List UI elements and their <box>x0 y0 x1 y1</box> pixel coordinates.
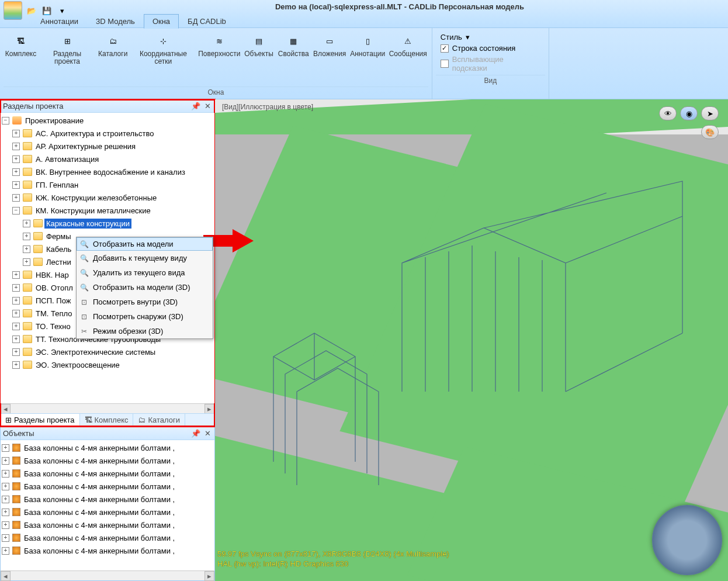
expand-icon[interactable]: + <box>12 348 20 356</box>
expand-icon[interactable]: + <box>12 155 20 163</box>
btn-annotations[interactable]: ▯Аннотации <box>349 30 387 87</box>
expand-icon[interactable]: + <box>12 361 20 369</box>
tree-row[interactable]: +АР. Архитектурные решения <box>1 140 214 153</box>
compass-widget[interactable] <box>652 505 722 575</box>
orbit-icon[interactable]: ◉ <box>680 106 698 120</box>
scrollbar-h[interactable]: ◂ ▸ <box>1 570 214 580</box>
expand-icon[interactable]: + <box>12 297 20 305</box>
btn-properties[interactable]: ▦Свойства <box>276 30 310 87</box>
btn-messages[interactable]: ⚠Сообщения <box>388 30 428 87</box>
ctx-item[interactable]: ⊡Посмотреть внутри (3D) <box>77 295 213 309</box>
tree-row[interactable]: +База колонны с 4-мя анкерными болтами , <box>1 480 214 493</box>
tree-row[interactable]: +База колонны с 4-мя анкерными болтами , <box>1 531 214 544</box>
expand-icon[interactable]: + <box>12 130 20 137</box>
scroll-right-icon[interactable]: ▸ <box>204 571 214 581</box>
tree-row[interactable]: +АС. Архитектура и строительство <box>1 127 214 140</box>
tree-label: База колонны с 4-мя анкерными болтами , <box>22 546 176 556</box>
tab-db-cadlib[interactable]: БД CADLib <box>179 14 235 29</box>
tab-3d-model[interactable]: 3D Модель <box>87 14 144 29</box>
tree-row[interactable]: +База колонны с 4-мя анкерными болтами , <box>1 506 214 518</box>
palette-icon[interactable]: 🎨 <box>701 125 719 139</box>
expand-icon[interactable]: + <box>12 336 20 343</box>
expand-icon[interactable]: + <box>12 181 20 189</box>
expand-icon[interactable]: + <box>2 444 9 452</box>
expand-icon[interactable]: + <box>12 271 20 279</box>
btn-complex[interactable]: 🏗Комплекс <box>4 30 38 87</box>
ctx-item[interactable]: 🔍Добавить к текущему виду <box>77 251 213 265</box>
tree-row[interactable]: +База колонны с 4-мя анкерными болтами , <box>1 518 214 531</box>
ctx-item[interactable]: ⊡Посмотреть снаружи (3D) <box>77 309 213 324</box>
context-menu: 🔍Отобразить на модели🔍Добавить к текущем… <box>76 237 213 339</box>
expand-icon[interactable]: + <box>12 168 20 176</box>
expand-icon[interactable]: + <box>2 483 9 490</box>
close-icon[interactable]: ✕ <box>203 102 212 111</box>
tree-row[interactable]: −КМ. Конструкции металлические <box>1 204 214 217</box>
tree-row[interactable]: +База колонны с 4-мя анкерными болтами , <box>1 454 214 467</box>
tree-row[interactable]: +Каркасные конструкции <box>1 217 214 230</box>
ctx-item[interactable]: 🔍Удалить из текущего вида <box>77 265 213 280</box>
expand-icon[interactable]: + <box>2 521 9 529</box>
pin-icon[interactable]: 📌 <box>191 429 200 438</box>
expand-icon[interactable]: + <box>23 258 30 266</box>
btn-catalogs[interactable]: 🗂Каталоги <box>96 30 129 87</box>
tree-row[interactable]: +А. Автоматизация <box>1 153 214 165</box>
ptab-complex[interactable]: 🏗Комплекс <box>80 414 134 426</box>
expand-icon[interactable]: + <box>23 245 30 253</box>
collapse-icon[interactable]: − <box>2 117 9 124</box>
chk-status-bar[interactable]: ✓Строка состояния <box>441 44 540 53</box>
style-dropdown[interactable]: Стиль ▾ <box>441 33 540 42</box>
tree-row[interactable]: +База колонны с 4-мя анкерными болтами , <box>1 493 214 506</box>
tree-objects[interactable]: +База колонны с 4-мя анкерными болтами ,… <box>1 440 214 570</box>
expand-icon[interactable]: + <box>12 194 20 202</box>
building-large <box>367 158 694 462</box>
object-icon <box>12 521 20 529</box>
expand-icon[interactable]: + <box>12 310 20 317</box>
tab-annotations[interactable]: Аннотации <box>32 14 87 29</box>
btn-objects[interactable]: ▤Объекты <box>242 30 275 87</box>
scrollbar-h[interactable]: ◂ ▸ <box>1 403 214 413</box>
tab-windows[interactable]: Окна <box>144 14 179 29</box>
eye-icon[interactable]: 👁 <box>659 106 677 120</box>
tree-row[interactable]: +База колонны с 4-мя анкерными болтами , <box>1 441 214 454</box>
cursor-icon[interactable]: ➤ <box>701 106 719 120</box>
expand-icon[interactable]: + <box>12 284 20 292</box>
expand-icon[interactable]: + <box>12 323 20 330</box>
expand-icon[interactable]: + <box>2 547 9 555</box>
btn-attachments[interactable]: ▭Вложения <box>311 30 347 87</box>
tree-row[interactable]: +ЭО. Электроосвещение <box>1 358 214 371</box>
tree-row[interactable]: +ВК. Внутреннее водоснабжение и канализ <box>1 165 214 178</box>
collapse-icon[interactable]: − <box>12 207 20 215</box>
tree-row[interactable]: +ГП. Генплан <box>1 178 214 191</box>
chk-tooltips[interactable]: Всплывающие подсказки <box>441 55 540 72</box>
ctx-item[interactable]: 🔍Отобразить на модели <box>77 237 213 251</box>
tree-row[interactable]: +КЖ. Конструкции железобетонные <box>1 191 214 204</box>
scroll-left-icon[interactable]: ◂ <box>1 404 11 414</box>
tree-label: НВК. Нар <box>34 270 71 280</box>
tree-row[interactable]: +База колонны с 4-мя анкерными болтами , <box>1 467 214 480</box>
ctx-item[interactable]: 🔍Отобразить на модели (3D) <box>77 280 213 295</box>
expand-icon[interactable]: + <box>2 534 9 542</box>
expand-icon[interactable]: + <box>2 496 9 503</box>
viewport-3d[interactable]: [Вид][Иллюстрация в цвете] 👁 ◉ ➤ 🎨 59.97… <box>215 99 728 581</box>
tree-row[interactable]: +ЭС. Электротехнические системы <box>1 345 214 358</box>
folder-icon <box>23 181 32 189</box>
expand-icon[interactable]: + <box>23 233 30 240</box>
ptab-catalogs[interactable]: 🗂Каталоги <box>133 414 185 426</box>
ptab-sections[interactable]: ⊞Разделы проекта <box>1 414 80 426</box>
scroll-right-icon[interactable]: ▸ <box>204 404 214 414</box>
expand-icon[interactable]: + <box>2 509 9 516</box>
btn-surfaces[interactable]: ≋Поверхности <box>197 30 242 87</box>
btn-grids[interactable]: ⊹Координатные сетки <box>130 30 196 87</box>
btn-sections[interactable]: ⊞Разделы проекта <box>39 30 95 87</box>
expand-icon[interactable]: + <box>23 220 30 227</box>
expand-icon[interactable]: + <box>12 143 20 150</box>
close-icon[interactable]: ✕ <box>203 429 212 438</box>
tree-label: ЭС. Электротехнические системы <box>34 347 157 357</box>
tree-row[interactable]: +База колонны с 4-мя анкерными болтами , <box>1 544 214 557</box>
expand-icon[interactable]: + <box>2 457 9 465</box>
ctx-item[interactable]: ✂Режим обрезки (3D) <box>77 324 213 338</box>
tree-row[interactable]: −Проектирование <box>1 114 214 127</box>
expand-icon[interactable]: + <box>2 470 9 478</box>
scroll-left-icon[interactable]: ◂ <box>1 571 11 581</box>
pin-icon[interactable]: 📌 <box>191 102 200 111</box>
